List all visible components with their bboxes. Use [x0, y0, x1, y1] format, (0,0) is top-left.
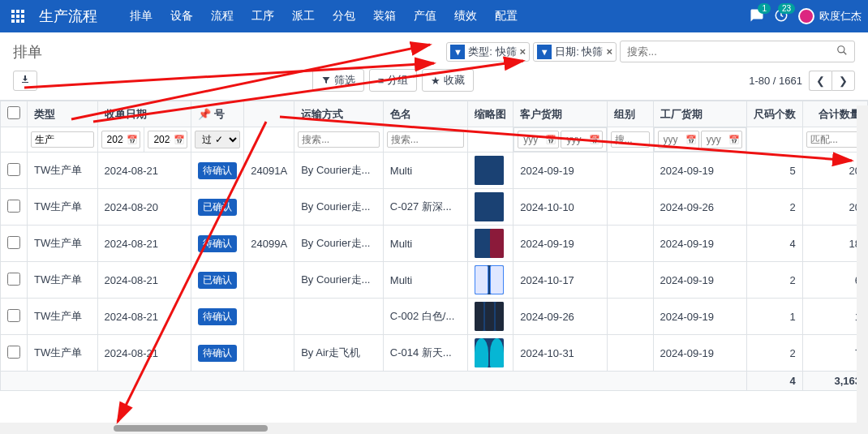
- footer-sizes: 4: [746, 372, 802, 391]
- filter-group[interactable]: [611, 131, 650, 148]
- filter-chip-type[interactable]: ▼ 类型: 快筛 ×: [446, 42, 530, 62]
- nav-item[interactable]: 产值: [406, 4, 445, 28]
- col-code[interactable]: [244, 101, 294, 127]
- table-row[interactable]: TW生产单 2024-08-21 待确认 24091A By Courier走.…: [1, 153, 868, 189]
- cell-date: 2024-08-21: [97, 335, 191, 372]
- row-checkbox[interactable]: [7, 346, 20, 359]
- col-receive-date[interactable]: 收单日期: [97, 101, 191, 127]
- group-button[interactable]: ≡ 分组: [369, 69, 418, 92]
- calendar-icon[interactable]: 📅: [545, 135, 556, 145]
- nav-item[interactable]: 分包: [324, 4, 363, 28]
- filter-transport[interactable]: [298, 131, 380, 148]
- filter-type[interactable]: [31, 131, 94, 148]
- table-row[interactable]: TW生产单 2024-08-21 已确认 By Courier走... Mult…: [1, 262, 868, 299]
- cell-thumb: [468, 226, 513, 262]
- nav-item[interactable]: 设备: [162, 4, 201, 28]
- table-row[interactable]: TW生产单 2024-08-21 待确认 24099A By Courier走.…: [1, 226, 868, 262]
- row-checkbox[interactable]: [7, 163, 20, 176]
- nav-item[interactable]: 配置: [487, 4, 526, 28]
- search-icon[interactable]: [836, 45, 848, 58]
- cell-status: 待确认: [191, 153, 244, 189]
- col-status[interactable]: 📌 号: [191, 101, 244, 127]
- download-button[interactable]: [13, 71, 37, 91]
- cell-thumb: [468, 189, 513, 226]
- col-thumb[interactable]: 缩略图: [468, 101, 513, 127]
- cell-fact-date: 2024-09-19: [653, 153, 746, 189]
- filter-fact-date-from[interactable]: [660, 132, 685, 147]
- filter-chip-date[interactable]: ▼ 日期: 快筛 ×: [533, 42, 617, 62]
- table-row[interactable]: TW生产单 2024-08-21 待确认 C-002 白色/... 2024-0…: [1, 299, 868, 335]
- col-type[interactable]: 类型: [28, 101, 98, 127]
- calendar-icon[interactable]: 📅: [127, 135, 138, 145]
- filter-cust-date-to[interactable]: [563, 132, 588, 147]
- filter-fact-date-to[interactable]: [703, 132, 728, 147]
- filter-date-from[interactable]: [104, 132, 127, 147]
- apps-launcher-icon[interactable]: [6, 5, 29, 28]
- cell-status: 待确认: [191, 299, 244, 335]
- col-size-count[interactable]: 尺码个数: [746, 101, 802, 127]
- filter-color[interactable]: [387, 131, 465, 148]
- filter-status[interactable]: 过 ✓: [195, 131, 240, 148]
- cell-sizes: 1: [746, 299, 802, 335]
- favorite-button[interactable]: ★ 收藏: [422, 69, 474, 92]
- select-all-checkbox[interactable]: [7, 106, 20, 119]
- cell-thumb: [468, 153, 513, 189]
- calendar-icon[interactable]: 📅: [685, 135, 697, 145]
- pager-prev-button[interactable]: ❮: [809, 71, 831, 91]
- cell-color: Multi: [383, 226, 468, 262]
- table-row[interactable]: TW生产单 2024-08-21 待确认 By Air走飞机 C-014 新天.…: [1, 335, 868, 372]
- cell-code: 24091A: [244, 153, 294, 189]
- messages-icon[interactable]: 1: [750, 8, 764, 25]
- cell-transport: [294, 299, 384, 335]
- close-icon[interactable]: ×: [606, 45, 612, 58]
- cell-color: Multi: [383, 153, 468, 189]
- cell-thumb: [468, 335, 513, 372]
- cell-status: 已确认: [191, 189, 244, 226]
- funnel-icon: ▼: [537, 45, 552, 59]
- row-checkbox[interactable]: [7, 200, 20, 213]
- status-badge: 待确认: [198, 308, 237, 325]
- pager-next-button[interactable]: ❯: [831, 71, 855, 91]
- scrollbar-thumb[interactable]: [114, 425, 268, 432]
- row-checkbox[interactable]: [7, 273, 20, 286]
- activity-badge: 23: [778, 3, 795, 14]
- cell-group: [607, 189, 653, 226]
- avatar-icon: [798, 8, 814, 24]
- cell-status: 待确认: [191, 335, 244, 372]
- filter-cust-date-from[interactable]: [520, 132, 545, 147]
- horizontal-scrollbar[interactable]: [0, 423, 868, 434]
- col-factory-date[interactable]: 工厂货期: [653, 101, 746, 127]
- cell-status: 待确认: [191, 226, 244, 262]
- user-menu[interactable]: 欧度仁杰: [798, 8, 862, 24]
- filter-date-to[interactable]: [150, 132, 174, 147]
- cell-cust-date: 2024-09-26: [513, 299, 607, 335]
- message-badge: 1: [758, 3, 771, 14]
- row-checkbox[interactable]: [7, 236, 20, 249]
- footer-row: 4 3,163: [1, 372, 868, 391]
- nav-item[interactable]: 派工: [284, 4, 323, 28]
- calendar-icon[interactable]: 📅: [589, 135, 600, 145]
- row-checkbox[interactable]: [7, 309, 20, 322]
- cell-sizes: 4: [746, 226, 802, 262]
- nav-item[interactable]: 绩效: [446, 4, 485, 28]
- table-row[interactable]: TW生产单 2024-08-20 已确认 By Courier走... C-02…: [1, 189, 868, 226]
- col-color[interactable]: 色名: [383, 101, 468, 127]
- cell-group: [607, 153, 653, 189]
- col-transport[interactable]: 运输方式: [294, 101, 384, 127]
- vertical-scrollbar[interactable]: [857, 105, 868, 423]
- chip-label: 类型: 快筛: [468, 45, 516, 59]
- calendar-icon[interactable]: 📅: [728, 135, 740, 145]
- col-customer-date[interactable]: 客户货期: [513, 101, 607, 127]
- nav-item[interactable]: 排单: [122, 4, 161, 28]
- calendar-icon[interactable]: 📅: [174, 135, 185, 145]
- search-input[interactable]: [627, 45, 836, 58]
- pager-text[interactable]: 1-80 / 1661: [749, 75, 802, 87]
- col-group[interactable]: 组别: [607, 101, 653, 127]
- nav-item[interactable]: 工序: [243, 4, 282, 28]
- nav-item[interactable]: 装箱: [365, 4, 404, 28]
- close-icon[interactable]: ×: [520, 45, 526, 58]
- nav-item[interactable]: 流程: [203, 4, 242, 28]
- filter-button[interactable]: 筛选: [312, 69, 364, 92]
- activity-icon[interactable]: 23: [774, 8, 789, 25]
- filter-match[interactable]: [806, 131, 864, 148]
